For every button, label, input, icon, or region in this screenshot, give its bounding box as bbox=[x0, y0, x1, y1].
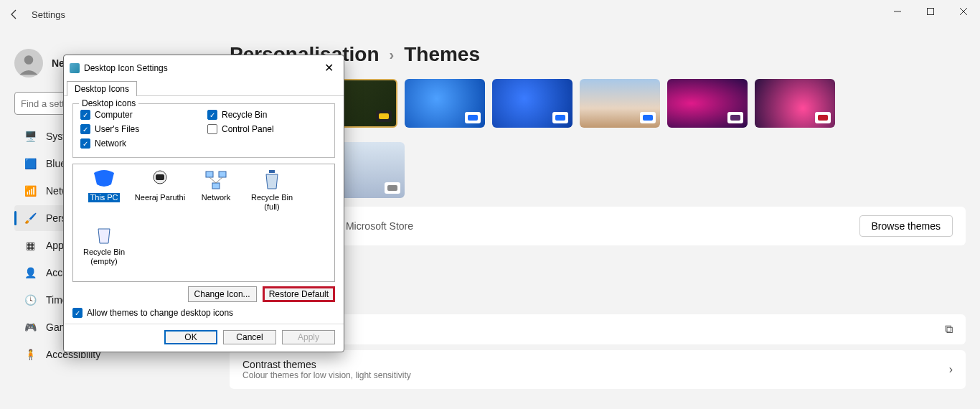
brush-icon: 🖌️ bbox=[23, 211, 37, 225]
bluetooth-icon: 🟦 bbox=[23, 156, 37, 171]
icon-label: Neeraj Paruthi bbox=[135, 193, 185, 202]
checkbox-label: Network bbox=[95, 138, 126, 149]
gamepad-icon: 🎮 bbox=[23, 320, 37, 334]
icon-label: Recycle Bin (full) bbox=[245, 193, 298, 211]
breadcrumb-current: Themes bbox=[404, 43, 480, 66]
checkbox-label: Computer bbox=[95, 110, 133, 120]
checkbox-label: Control Panel bbox=[222, 124, 274, 134]
icon-item-recyclebin-full[interactable]: Recycle Bin (full) bbox=[245, 169, 298, 220]
system-icon: 🖥️ bbox=[23, 129, 37, 144]
change-icon-button[interactable]: Change Icon... bbox=[188, 286, 257, 302]
related-title: Contrast themes bbox=[242, 359, 411, 370]
minimize-button[interactable] bbox=[881, 0, 914, 23]
dialog-close-button[interactable]: ✕ bbox=[320, 60, 338, 76]
svg-rect-1 bbox=[928, 9, 934, 15]
svg-rect-8 bbox=[269, 170, 275, 173]
checkbox-label: Recycle Bin bbox=[222, 110, 267, 120]
checkbox-allow-themes[interactable]: ✓ bbox=[72, 308, 83, 318]
person-icon: 👤 bbox=[23, 265, 37, 280]
theme-thumb[interactable] bbox=[405, 79, 485, 128]
open-external-icon[interactable]: ⧉ bbox=[945, 323, 953, 336]
wifi-icon: 📶 bbox=[23, 184, 37, 198]
theme-thumb[interactable] bbox=[492, 79, 573, 128]
back-button[interactable] bbox=[6, 6, 23, 23]
theme-thumb[interactable] bbox=[667, 79, 748, 128]
avatar bbox=[14, 49, 43, 77]
dialog-title: Desktop Icon Settings bbox=[84, 63, 168, 73]
svg-rect-6 bbox=[219, 171, 226, 177]
apps-icon: ▦ bbox=[23, 238, 37, 253]
svg-rect-7 bbox=[212, 183, 220, 189]
cancel-button[interactable]: Cancel bbox=[223, 330, 276, 344]
chevron-right-icon: › bbox=[390, 47, 395, 63]
theme-thumb[interactable] bbox=[580, 79, 660, 128]
checkbox-computer[interactable]: ✓ bbox=[80, 110, 90, 120]
icon-item-recyclebin-empty[interactable]: Recycle Bin (empty) bbox=[77, 223, 131, 275]
checkbox-network[interactable]: ✓ bbox=[80, 138, 90, 149]
icon-item-network[interactable]: Network bbox=[189, 169, 242, 220]
checkbox-label: Allow themes to change desktop icons bbox=[87, 308, 233, 318]
accessibility-icon: 🧍 bbox=[23, 347, 37, 362]
svg-rect-5 bbox=[206, 171, 213, 177]
desktop-icon-settings-dialog: Desktop Icon Settings ✕ Desktop Icons De… bbox=[63, 55, 344, 352]
ok-button[interactable]: OK bbox=[164, 330, 217, 344]
browse-themes-button[interactable]: Browse themes bbox=[859, 215, 953, 237]
checkbox-label: User's Files bbox=[95, 124, 139, 134]
checkbox-usersfiles[interactable]: ✓ bbox=[80, 124, 90, 134]
related-contrast-themes[interactable]: Contrast themes Colour themes for low vi… bbox=[230, 350, 966, 389]
dialog-icon bbox=[70, 63, 80, 73]
checkbox-controlpanel[interactable] bbox=[207, 124, 217, 134]
icon-list: This PC Neeraj Paruthi Network Recycle B… bbox=[72, 164, 335, 282]
icon-label: This PC bbox=[88, 193, 119, 202]
checkbox-recyclebin[interactable]: ✓ bbox=[207, 110, 217, 120]
theme-thumb[interactable] bbox=[755, 79, 835, 128]
maximize-button[interactable] bbox=[914, 0, 947, 23]
icon-item-userfolder[interactable]: Neeraj Paruthi bbox=[133, 169, 187, 220]
icon-item-thispc[interactable]: This PC bbox=[77, 169, 131, 220]
icon-label: Recycle Bin (empty) bbox=[77, 248, 131, 265]
restore-default-button[interactable]: Restore Default bbox=[263, 286, 335, 302]
chevron-right-icon[interactable]: › bbox=[949, 363, 953, 376]
icon-label: Network bbox=[202, 193, 230, 202]
tab-desktop-icons[interactable]: Desktop Icons bbox=[67, 81, 137, 96]
window-title: Settings bbox=[32, 9, 65, 20]
related-subtitle: Colour themes for low vision, light sens… bbox=[242, 370, 411, 380]
svg-rect-4 bbox=[156, 174, 164, 180]
clock-icon: 🕓 bbox=[23, 293, 37, 307]
fieldset-legend: Desktop icons bbox=[79, 98, 138, 108]
close-button[interactable] bbox=[947, 0, 980, 23]
apply-button[interactable]: Apply bbox=[282, 330, 335, 344]
svg-point-2 bbox=[24, 55, 34, 65]
